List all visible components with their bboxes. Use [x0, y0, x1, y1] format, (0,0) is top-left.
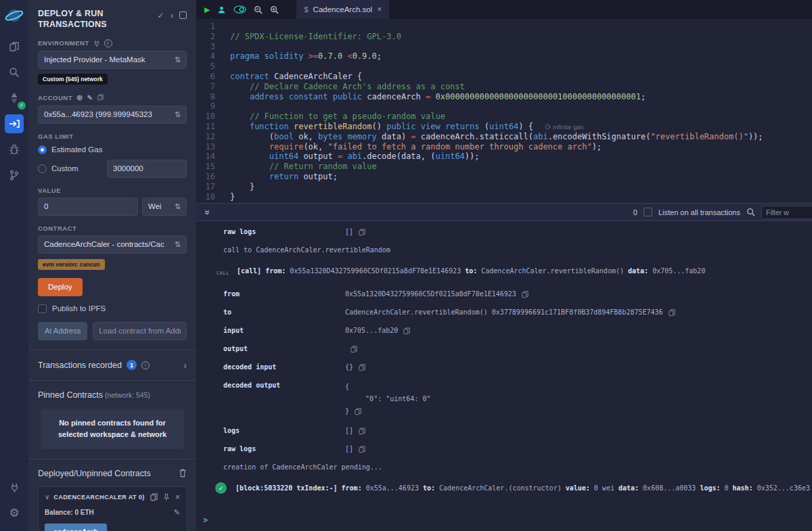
run-script-play-icon[interactable]: ▶ [204, 5, 210, 14]
custom-gas-label: Custom [51, 164, 78, 172]
compile-success-badge: ✓ [18, 101, 26, 110]
edit-account-icon[interactable]: ✎ [87, 94, 93, 101]
custom-gas-radio[interactable] [38, 164, 47, 173]
transactions-recorded-label: Transactions recorded [38, 361, 122, 370]
copy-icon[interactable] [355, 408, 361, 415]
code-line: // Declare Cadence Arch's address as a c… [230, 82, 812, 92]
copy-icon[interactable] [359, 428, 365, 435]
line-number: 8 [196, 92, 215, 102]
edit-balance-icon[interactable]: ✎ [174, 508, 180, 517]
remix-logo-icon[interactable] [4, 5, 24, 26]
clear-contracts-trash-icon[interactable] [179, 469, 187, 478]
code-line: (bool ok, bytes memory data) = cadenceAr… [230, 132, 812, 142]
copy-account-icon[interactable] [97, 94, 104, 101]
deploy-run-icon[interactable] [5, 114, 24, 133]
publish-ipfs-checkbox[interactable] [38, 304, 47, 313]
line-number: 9 [196, 101, 215, 112]
listen-all-transactions-checkbox[interactable] [644, 208, 652, 216]
infinite-gas-note: infinite gas [545, 123, 583, 131]
terminal-row: ✓[block:5033220 txIndex:-] from: 0x55a..… [196, 484, 812, 494]
terminal-collapse-icon[interactable]: » [202, 208, 213, 217]
copy-icon[interactable] [359, 446, 365, 453]
divider [28, 350, 196, 350]
code-line: address constant public cadenceArch = 0x… [230, 92, 812, 102]
transactions-info-icon[interactable]: i [141, 361, 150, 369]
terminal-row: raw logs[] [196, 444, 812, 454]
terminal-filter-input[interactable] [761, 206, 812, 219]
at-address-input[interactable] [93, 322, 187, 340]
add-account-icon[interactable]: ⊕ [76, 93, 83, 102]
tab-cadencearch-sol[interactable]: $ CadenceArch.sol × [296, 0, 389, 19]
environment-info-icon[interactable]: i [104, 39, 112, 47]
zoom-out-icon[interactable] [254, 5, 263, 14]
copy-address-icon[interactable] [150, 493, 158, 501]
terminal-search-icon[interactable] [746, 208, 755, 216]
transactions-count-badge: 1 [127, 360, 137, 370]
settings-icon[interactable]: ⚙ [5, 503, 24, 522]
pinned-contracts-title: Pinned Contracts(network: 545) [38, 390, 187, 400]
git-icon[interactable] [5, 166, 24, 185]
zoom-in-icon[interactable] [270, 5, 279, 14]
value-unit-select[interactable]: Wei ⇅ [142, 198, 187, 216]
contract-select[interactable]: CadenceArchCaler - contracts/Cac ⇅ [38, 235, 187, 254]
estimated-gas-radio[interactable] [38, 145, 47, 154]
tab-close-icon[interactable]: × [377, 5, 382, 14]
custom-gas-input[interactable] [107, 160, 187, 178]
panel-chevron-icon[interactable]: › [171, 10, 173, 20]
terminal-row: creation of CadenceArchCaler pending... [196, 463, 812, 472]
copy-icon[interactable] [351, 346, 357, 353]
copy-icon[interactable] [359, 364, 365, 371]
preview-toggle-icon[interactable] [233, 5, 246, 14]
at-address-button[interactable]: At Address [38, 322, 87, 340]
plugin-manager-icon[interactable] [5, 478, 24, 497]
terminal-row: output [196, 344, 812, 354]
solidity-file-icon: $ [304, 5, 308, 14]
search-icon[interactable] [5, 63, 24, 82]
line-number: 10 [196, 112, 215, 122]
remove-contract-icon[interactable]: × [175, 493, 180, 501]
terminal-prompt[interactable]: > [196, 511, 812, 531]
copy-icon[interactable] [403, 327, 410, 335]
value-input[interactable] [38, 198, 138, 216]
remix-ide: ✓ ⚙ DEPLOY & RUN TRANSACTIONS ✓ › ENVIRO… [0, 0, 812, 531]
transactions-expand-icon[interactable]: › [183, 360, 187, 371]
panel-check-icon[interactable]: ✓ [158, 11, 164, 20]
code-editor[interactable]: 123456789101112131415161718 // SPDX-Lice… [196, 19, 812, 203]
plug-icon [93, 40, 100, 47]
terminal-row: raw logs[] [196, 227, 812, 237]
terminal-row: decoded input{} [196, 363, 812, 372]
code-line: // Return random value [230, 162, 812, 172]
environment-select[interactable]: Injected Provider - MetaMask ⇅ [38, 51, 187, 69]
deployed-contracts-title: Deployed/Unpinned Contracts [38, 469, 151, 478]
line-number: 12 [196, 132, 215, 142]
publish-ipfs-label: Publish to IPFS [52, 304, 106, 313]
editor-code[interactable]: // SPDX-License-Identifier: GPL-3.0pragm… [221, 22, 812, 203]
line-number: 15 [196, 162, 215, 172]
line-number: 16 [196, 172, 215, 182]
file-explorer-icon[interactable] [5, 37, 24, 56]
copy-icon[interactable] [359, 229, 365, 236]
code-line: return output; [230, 172, 812, 182]
evm-version-badge: evm version: cancun [38, 259, 105, 270]
pin-contract-icon[interactable] [163, 493, 170, 501]
code-line: // SPDX-License-Identifier: GPL-3.0 [230, 32, 812, 42]
fn-button-cadencearch[interactable]: cadenceArch [45, 524, 107, 531]
code-line: function revertibleRandom() public view … [230, 122, 812, 132]
code-line: } [230, 192, 812, 202]
panel-pin-icon[interactable] [179, 11, 187, 19]
contract-label: CONTRACT [38, 225, 187, 232]
deploy-button[interactable]: Deploy [38, 278, 83, 296]
line-number: 18 [196, 192, 215, 202]
environment-label: ENVIRONMENT i [38, 39, 187, 47]
solidity-compiler-icon[interactable]: ✓ [5, 89, 24, 108]
publish-person-icon[interactable] [217, 5, 226, 14]
contract-card-title: CADENCEARCHCALER AT 0) [53, 494, 146, 501]
account-select[interactable]: 0x55a...46923 (999.999945323 ⇅ [38, 106, 187, 124]
network-badge: Custom (545) network [38, 74, 108, 85]
line-number: 13 [196, 142, 215, 152]
contract-collapse-icon[interactable]: ∨ [45, 493, 49, 501]
copy-icon[interactable] [669, 309, 675, 317]
copy-icon[interactable] [522, 291, 528, 298]
debugger-icon[interactable] [5, 140, 24, 159]
terminal-row: toCadenceArchCaler.revertibleRandom() 0x… [196, 308, 812, 317]
